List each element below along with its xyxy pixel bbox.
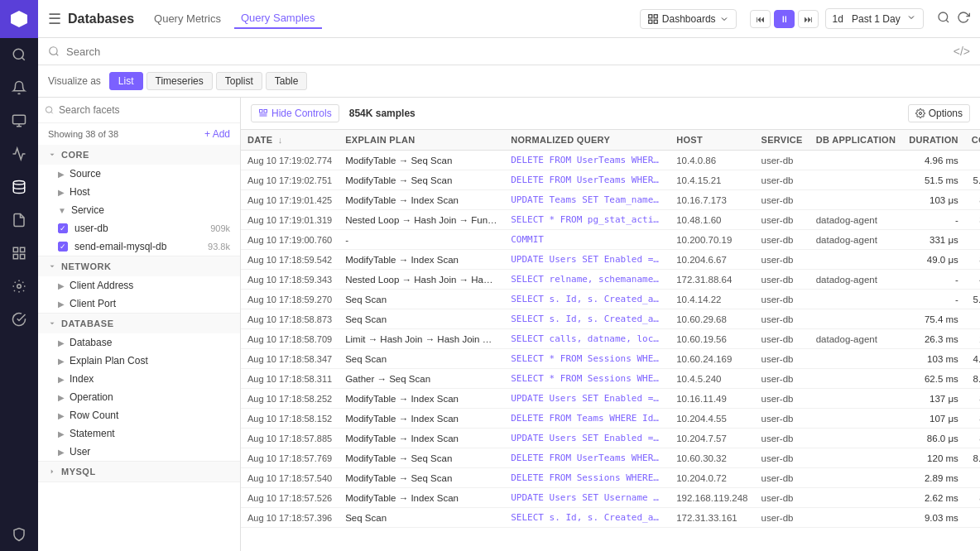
col-date[interactable]: DATE ↓ (241, 130, 339, 151)
cell-dbapp-18 (809, 508, 902, 528)
cell-duration-7: - (902, 290, 965, 309)
facet-client-address[interactable]: ▶Client Address (38, 276, 240, 295)
sidebar-search-icon[interactable] (0, 38, 38, 71)
table-row[interactable]: Aug 10 17:18:57.885 ModifyTable → Index … (241, 429, 980, 448)
facet-source[interactable]: ▶Source (38, 165, 240, 183)
dashboards-dropdown[interactable]: Dashboards (640, 9, 737, 29)
hamburger-icon[interactable]: ☰ (48, 10, 61, 28)
sidebar-alert-icon[interactable] (0, 71, 38, 104)
viz-list-btn[interactable]: List (109, 72, 143, 90)
sidebar-apm-icon[interactable] (0, 137, 38, 170)
host-chevron: ▶ (58, 188, 65, 197)
table-row[interactable]: Aug 10 17:18:57.396 Seq Scan SELECT s. I… (241, 508, 980, 528)
table-row[interactable]: Aug 10 17:19:00.760 - COMMIT 10.200.70.1… (241, 230, 980, 250)
table-row[interactable]: Aug 10 17:18:59.270 Seq Scan SELECT s. I… (241, 290, 980, 309)
rewind-btn[interactable]: ⏮ (750, 10, 771, 28)
viz-toplist-btn[interactable]: Toplist (216, 72, 262, 90)
facet-group-network-header[interactable]: NETWORK (38, 256, 240, 276)
table-row[interactable]: Aug 10 17:18:58.152 ModifyTable → Index … (241, 409, 980, 429)
search-input[interactable] (66, 46, 947, 58)
facet-service-send-email[interactable]: ✓ send-email-mysql-db 93.8k (38, 237, 240, 256)
send-email-checkbox[interactable]: ✓ (58, 242, 68, 252)
sidebar-db-icon[interactable] (0, 170, 38, 204)
table-row[interactable]: Aug 10 17:18:59.343 Nested Loop → Hash J… (241, 270, 980, 290)
svg-point-0 (13, 49, 23, 59)
cell-service-9: user-db (755, 329, 809, 349)
facet-service[interactable]: ▼Service (38, 201, 240, 219)
col-host[interactable]: HOST (670, 130, 754, 151)
cell-explain-2: ModifyTable → Index Scan (339, 190, 504, 210)
code-toggle-icon[interactable]: </> (954, 45, 970, 58)
cell-date-8: Aug 10 17:18:58.873 (241, 309, 339, 329)
nav-icons (937, 11, 970, 26)
facet-operation[interactable]: ▶Operation (38, 388, 240, 406)
cell-host-7: 10.4.14.22 (670, 290, 754, 309)
viz-timeseries-btn[interactable]: Timeseries (147, 72, 213, 90)
facet-explain-plan-cost[interactable]: ▶Explain Plan Cost (38, 352, 240, 370)
col-explain-plan[interactable]: EXPLAIN PLAN (339, 130, 504, 151)
svg-rect-11 (649, 20, 652, 23)
facet-group-database-header[interactable]: DATABASE (38, 314, 240, 333)
table-row[interactable]: Aug 10 17:19:01.319 Nested Loop → Hash J… (241, 210, 980, 230)
cell-explain-13: ModifyTable → Index Scan (339, 409, 504, 429)
cell-service-3: user-db (755, 210, 809, 230)
facet-group-core-header[interactable]: CORE (38, 145, 240, 165)
table-row[interactable]: Aug 10 17:19:02.751 ModifyTable → Seq Sc… (241, 170, 980, 190)
options-btn[interactable]: Options (908, 104, 970, 122)
query-metrics-tab[interactable]: Query Metrics (147, 9, 228, 28)
viz-table-btn[interactable]: Table (266, 72, 308, 90)
facet-service-user-db[interactable]: ✓ user-db 909k (38, 219, 240, 237)
forward-btn[interactable]: ⏭ (798, 10, 819, 28)
cell-dbapp-4: datadog-agent (809, 230, 902, 250)
cell-query-16: DELETE FROM Sessions WHERE User_id = ? (504, 468, 670, 488)
facet-client-port[interactable]: ▶Client Port (38, 295, 240, 313)
sidebar-dashboards-icon[interactable] (0, 237, 38, 270)
table-row[interactable]: Aug 10 17:18:58.347 Seq Scan SELECT * FR… (241, 349, 980, 369)
facets-add-btn[interactable]: + Add (204, 128, 230, 140)
cell-duration-9: 26.3 ms (902, 329, 965, 349)
facet-host[interactable]: ▶Host (38, 183, 240, 201)
hide-controls-btn[interactable]: Hide Controls (251, 104, 339, 122)
table-row[interactable]: Aug 10 17:18:58.709 Limit → Hash Join → … (241, 329, 980, 349)
sidebar-monitors-icon[interactable] (0, 303, 38, 336)
facet-row-count[interactable]: ▶Row Count (38, 406, 240, 424)
table-row[interactable]: Aug 10 17:18:57.769 ModifyTable → Seq Sc… (241, 448, 980, 468)
table-row[interactable]: Aug 10 17:19:02.774 ModifyTable → Seq Sc… (241, 151, 980, 170)
table-row[interactable]: Aug 10 17:18:58.311 Gather → Seq Scan SE… (241, 369, 980, 389)
svg-rect-8 (649, 14, 652, 17)
cell-duration-8: 75.4 ms (902, 309, 965, 329)
facet-statement[interactable]: ▶Statement (38, 424, 240, 443)
table-row[interactable]: Aug 10 17:18:58.252 ModifyTable → Index … (241, 389, 980, 409)
col-cost[interactable]: COST (965, 130, 980, 151)
time-range-selector[interactable]: 1d Past 1 Day (825, 8, 924, 29)
facet-index[interactable]: ▶Index (38, 370, 240, 388)
facet-group-mysql-header[interactable]: MYSQL (38, 462, 240, 482)
user-db-checkbox[interactable]: ✓ (58, 223, 68, 233)
refresh-icon[interactable] (957, 11, 970, 26)
table-row[interactable]: Aug 10 17:18:59.542 ModifyTable → Index … (241, 250, 980, 270)
col-duration[interactable]: DURATION (902, 130, 965, 151)
query-samples-tab[interactable]: Query Samples (234, 8, 322, 29)
user-db-count: 909k (210, 223, 230, 233)
sidebar-integrations-icon[interactable] (0, 270, 38, 303)
cell-cost-2: 8.44 (965, 190, 980, 210)
facet-user[interactable]: ▶User (38, 443, 240, 461)
cell-date-13: Aug 10 17:18:58.152 (241, 409, 339, 429)
sidebar-logs-icon[interactable] (0, 204, 38, 237)
search-nav-icon[interactable] (937, 11, 950, 26)
play-btn[interactable]: ⏸ (774, 10, 795, 28)
table-row[interactable]: Aug 10 17:18:57.540 ModifyTable → Seq Sc… (241, 468, 980, 488)
table-row[interactable]: Aug 10 17:18:57.526 ModifyTable → Index … (241, 488, 980, 508)
sidebar-security-icon[interactable] (0, 518, 38, 551)
cell-duration-3: - (902, 210, 965, 230)
service-chevron: ▼ (58, 206, 66, 215)
sidebar-infrastructure-icon[interactable] (0, 104, 38, 137)
table-row[interactable]: Aug 10 17:18:58.873 Seq Scan SELECT s. I… (241, 309, 980, 329)
search-bar-icon (48, 46, 60, 57)
col-service[interactable]: SERVICE (755, 130, 809, 151)
facet-database[interactable]: ▶Database (38, 333, 240, 352)
col-normalized-query[interactable]: NORMALIZED QUERY (504, 130, 670, 151)
table-row[interactable]: Aug 10 17:19:01.425 ModifyTable → Index … (241, 190, 980, 210)
facets-search-input[interactable] (59, 104, 233, 116)
col-db-application[interactable]: DB APPLICATION (809, 130, 902, 151)
